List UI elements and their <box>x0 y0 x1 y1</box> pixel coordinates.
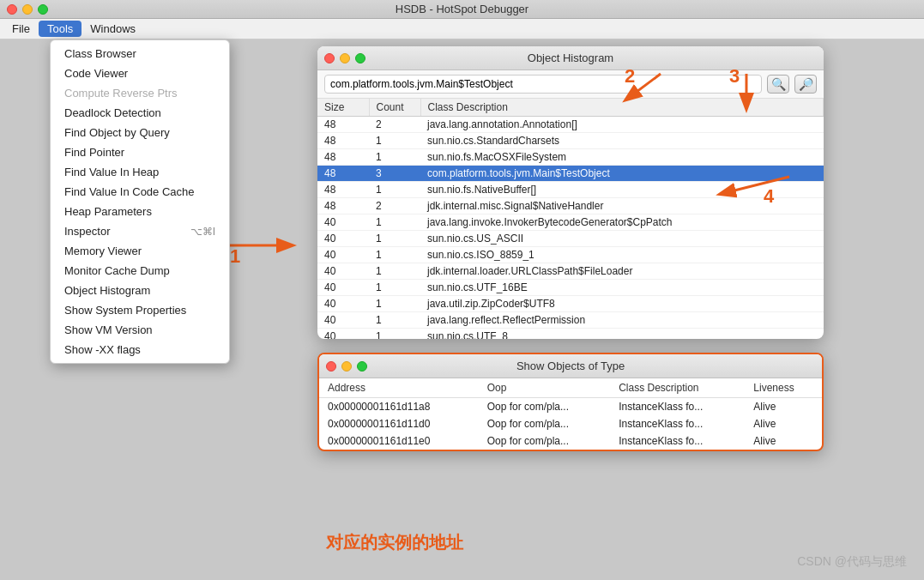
show-objects-table-body: 0x00000001161d11a8 Oop for com/pla... In… <box>319 398 822 450</box>
dropdown-item-deadlock-detection[interactable]: Deadlock Detection <box>51 103 229 123</box>
col-header-size: Size <box>317 99 369 117</box>
cell-count: 2 <box>369 198 420 214</box>
show-objects-title-bar: Show Objects of Type <box>319 354 822 378</box>
menu-bar: File Tools Windows <box>0 19 924 39</box>
traffic-lights <box>7 4 48 15</box>
cell-class-desc: InstanceKlass fo... <box>610 432 745 450</box>
col-header-class-desc: Class Description <box>610 378 745 398</box>
dropdown-item-find-object-by-query[interactable]: Find Object by Query <box>51 123 229 142</box>
dropdown-item-find-value-in-code-cache[interactable]: Find Value In Code Cache <box>51 182 229 202</box>
show-objects-title: Show Objects of Type <box>516 359 625 372</box>
histogram-traffic-lights <box>324 53 365 63</box>
table-row[interactable]: 40 1 jdk.internal.loader.URLClassPath$Fi… <box>317 263 824 280</box>
cell-count: 1 <box>369 263 420 280</box>
cell-desc: java.lang.annotation.Annotation[] <box>420 117 824 133</box>
arrow-2 <box>618 65 704 108</box>
svg-line-1 <box>626 74 661 100</box>
histogram-title: Object Histogram <box>528 51 613 64</box>
cell-size: 48 <box>317 117 369 133</box>
dropdown-item-show-system-properties[interactable]: Show System Properties <box>51 300 229 320</box>
histogram-minimize[interactable] <box>340 53 350 63</box>
show-objects-table-container: Address Oop Class Description Liveness 0… <box>319 378 822 450</box>
cell-desc: sun.nio.fs.MacOSXFileSystem <box>420 149 824 166</box>
cell-size: 48 <box>317 198 369 214</box>
dropdown-item-heap-parameters[interactable]: Heap Parameters <box>51 202 229 221</box>
histogram-maximize[interactable] <box>355 53 365 63</box>
show-objects-minimize[interactable] <box>341 361 352 372</box>
dropdown-item-memory-viewer[interactable]: Memory Viewer <box>51 241 229 261</box>
minimize-button[interactable] <box>22 4 33 15</box>
cell-size: 40 <box>317 296 369 312</box>
cell-desc: sun.nio.cs.ISO_8859_1 <box>420 247 824 263</box>
cell-class-desc: InstanceKlass fo... <box>610 415 745 432</box>
table-row[interactable]: 40 1 sun.nio.cs.US_ASCII <box>317 231 824 247</box>
cell-count: 1 <box>369 214 420 231</box>
table-row[interactable]: 48 2 java.lang.annotation.Annotation[] <box>317 117 824 133</box>
table-row[interactable]: 40 1 java.lang.invoke.InvokerBytecodeGen… <box>317 214 824 231</box>
table-row[interactable]: 40 1 java.util.zip.ZipCoder$UTF8 <box>317 296 824 312</box>
dropdown-item-class-browser[interactable]: Class Browser <box>51 44 229 63</box>
watermark-text: CSDN @代码与思维 <box>797 554 907 570</box>
cell-count: 1 <box>369 133 420 149</box>
table-row[interactable]: 0x00000001161d11a8 Oop for com/pla... In… <box>319 398 822 416</box>
cell-count: 2 <box>369 117 420 133</box>
cell-desc: sun.nio.cs.US_ASCII <box>420 231 824 247</box>
cell-count: 1 <box>369 247 420 263</box>
table-row[interactable]: 48 1 sun.nio.cs.StandardCharsets <box>317 133 824 149</box>
dropdown-item-compute-reverse-ptrs: Compute Reverse Ptrs <box>51 83 229 103</box>
show-objects-table: Address Oop Class Description Liveness 0… <box>319 378 822 450</box>
main-content: Class Browser Code Viewer Compute Revers… <box>0 39 924 580</box>
cell-desc: jdk.internal.loader.URLClassPath$FileLoa… <box>420 263 824 280</box>
histogram-close[interactable] <box>324 53 335 63</box>
dropdown-item-show-xx-flags[interactable]: Show -XX flags <box>51 340 229 359</box>
dropdown-item-find-value-in-heap[interactable]: Find Value In Heap <box>51 162 229 182</box>
dropdown-item-find-pointer[interactable]: Find Pointer <box>51 142 229 162</box>
show-objects-maximize[interactable] <box>357 361 367 372</box>
dropdown-item-show-vm-version[interactable]: Show VM Version <box>51 320 229 340</box>
cell-desc: java.lang.invoke.InvokerBytecodeGenerato… <box>420 214 824 231</box>
bottom-annotation-text: 对应的实例的地址 <box>326 531 463 554</box>
table-row[interactable]: 0x00000001161d11d0 Oop for com/pla... In… <box>319 415 822 432</box>
menu-windows[interactable]: Windows <box>82 21 144 37</box>
cell-oop: Oop for com/pla... <box>479 398 611 416</box>
dropdown-item-code-viewer[interactable]: Code Viewer <box>51 63 229 83</box>
cell-oop: Oop for com/pla... <box>479 432 611 450</box>
table-row[interactable]: 40 1 sun.nio.cs.UTF_16BE <box>317 280 824 296</box>
cell-size: 48 <box>317 133 369 149</box>
show-objects-close[interactable] <box>326 361 336 372</box>
arrow-4 <box>704 168 824 202</box>
table-row[interactable]: 48 1 sun.nio.fs.MacOSXFileSystem <box>317 149 824 166</box>
cell-desc: java.lang.reflect.ReflectPermission <box>420 312 824 329</box>
cell-size: 48 <box>317 149 369 166</box>
cell-desc: java.util.zip.ZipCoder$UTF8 <box>420 296 824 312</box>
close-button[interactable] <box>7 4 17 15</box>
table-row[interactable]: 0x00000001161d11e0 Oop for com/pla... In… <box>319 432 822 450</box>
maximize-button[interactable] <box>38 4 48 15</box>
histogram-table: Size Count Class Description 48 2 java.l… <box>317 99 824 339</box>
dropdown-item-object-histogram[interactable]: Object Histogram <box>51 281 229 300</box>
table-row[interactable]: 40 1 java.lang.reflect.ReflectPermission <box>317 312 824 329</box>
cell-liveness: Alive <box>745 415 822 432</box>
cell-count: 1 <box>369 329 420 340</box>
menu-file[interactable]: File <box>3 21 39 37</box>
tools-dropdown-menu: Class Browser Code Viewer Compute Revers… <box>50 39 230 364</box>
cell-size: 40 <box>317 280 369 296</box>
svg-line-3 <box>721 177 789 194</box>
cell-desc: sun.nio.cs.UTF_16BE <box>420 280 824 296</box>
col-header-address: Address <box>319 378 479 398</box>
table-row[interactable]: 40 1 sun.nio.cs.UTF_8 <box>317 329 824 340</box>
menu-tools[interactable]: Tools <box>39 21 82 37</box>
table-row[interactable]: 40 1 sun.nio.cs.ISO_8859_1 <box>317 247 824 263</box>
histogram-zoom-button[interactable]: 🔎 <box>794 75 817 94</box>
cell-address: 0x00000001161d11a8 <box>319 398 479 416</box>
cell-count: 1 <box>369 182 420 198</box>
cell-address: 0x00000001161d11d0 <box>319 415 479 432</box>
cell-size: 40 <box>317 312 369 329</box>
dropdown-item-monitor-cache-dump[interactable]: Monitor Cache Dump <box>51 261 229 281</box>
col-header-liveness: Liveness <box>745 378 822 398</box>
cell-liveness: Alive <box>745 432 822 450</box>
histogram-table-container[interactable]: Size Count Class Description 48 2 java.l… <box>317 99 824 339</box>
col-header-count: Count <box>369 99 420 117</box>
dropdown-item-inspector[interactable]: Inspector ⌥⌘I <box>51 221 229 241</box>
col-header-oop: Oop <box>479 378 611 398</box>
